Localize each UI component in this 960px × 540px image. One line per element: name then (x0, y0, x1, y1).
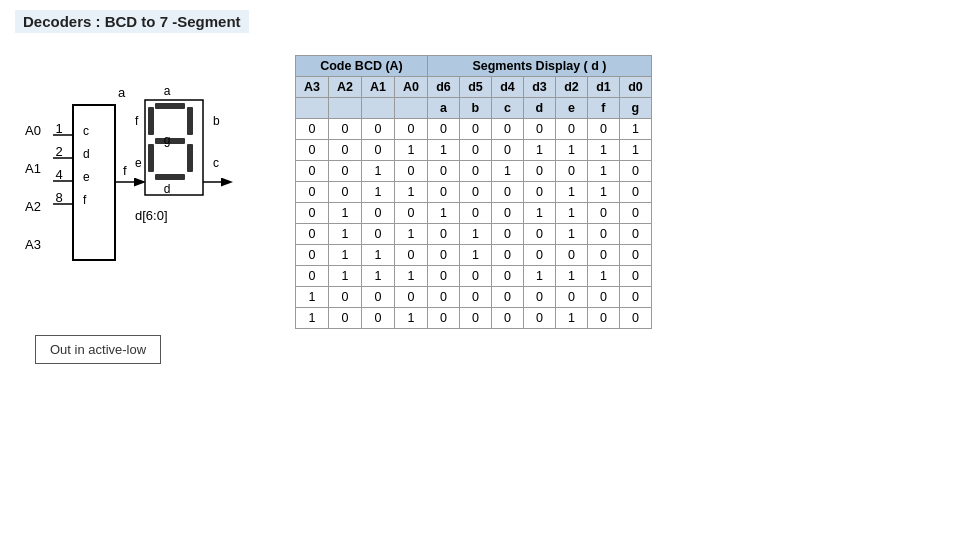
table-cell: 1 (491, 161, 523, 182)
table-cell: 0 (523, 161, 555, 182)
table-row: 00011001111 (296, 140, 652, 161)
svg-text:c: c (83, 124, 89, 138)
svg-text:4: 4 (55, 167, 62, 182)
table-cell: 0 (555, 287, 587, 308)
table-cell: 0 (361, 287, 394, 308)
col-seg-a2 (328, 98, 361, 119)
table-cell: 1 (555, 182, 587, 203)
table-cell: 0 (587, 308, 619, 329)
table-cell: 1 (459, 224, 491, 245)
table-cell: 0 (361, 203, 394, 224)
table-cell: 0 (523, 308, 555, 329)
table-row: 01001001100 (296, 203, 652, 224)
table-cell: 0 (394, 245, 427, 266)
col-seg-b: b (459, 98, 491, 119)
table-cell: 1 (619, 140, 651, 161)
table-cell: 1 (587, 182, 619, 203)
col-seg-c: c (491, 98, 523, 119)
svg-rect-17 (155, 103, 185, 109)
col-seg-a3 (296, 98, 329, 119)
col-d3: d3 (523, 77, 555, 98)
table-cell: 1 (394, 140, 427, 161)
table-cell: 1 (555, 266, 587, 287)
table-cell: 0 (296, 224, 329, 245)
table-cell: 1 (459, 245, 491, 266)
table-cell: 0 (619, 161, 651, 182)
table-cell: 1 (394, 182, 427, 203)
col-A0: A0 (394, 77, 427, 98)
col-A3: A3 (296, 77, 329, 98)
col-d5: d5 (459, 77, 491, 98)
col-header-segments: Segments Display ( d ) (427, 56, 651, 77)
truth-table: Code BCD (A) Segments Display ( d ) A3 A… (295, 55, 945, 329)
table-row: 01110001110 (296, 266, 652, 287)
table-cell: 0 (394, 203, 427, 224)
table-cell: 0 (394, 161, 427, 182)
table-cell: 0 (427, 308, 459, 329)
table-cell: 1 (523, 203, 555, 224)
table-row: 01010100100 (296, 224, 652, 245)
svg-text:c: c (213, 156, 219, 170)
table-cell: 0 (296, 266, 329, 287)
svg-text:2: 2 (55, 144, 62, 159)
table-cell: 0 (328, 287, 361, 308)
table-cell: 0 (296, 182, 329, 203)
table-cell: 0 (587, 224, 619, 245)
table-cell: 1 (427, 203, 459, 224)
table-cell: 0 (328, 161, 361, 182)
table-cell: 0 (619, 224, 651, 245)
table-cell: 1 (296, 287, 329, 308)
col-A2: A2 (328, 77, 361, 98)
table-cell: 0 (296, 119, 329, 140)
table-cell: 1 (555, 203, 587, 224)
table-cell: 0 (619, 287, 651, 308)
table-cell: 0 (491, 287, 523, 308)
col-A1: A1 (361, 77, 394, 98)
table-cell: 1 (361, 161, 394, 182)
table-cell: 1 (328, 266, 361, 287)
table-cell: 1 (587, 266, 619, 287)
table-cell: 0 (459, 287, 491, 308)
table-cell: 1 (296, 308, 329, 329)
table-cell: 1 (328, 203, 361, 224)
col-header-bcd: Code BCD (A) (296, 56, 428, 77)
table-cell: 0 (459, 182, 491, 203)
table-cell: 0 (459, 266, 491, 287)
table-cell: 1 (394, 308, 427, 329)
table-cell: 0 (459, 140, 491, 161)
input-labels: A0 A1 A2 A3 (25, 123, 41, 252)
table-cell: 0 (361, 119, 394, 140)
table-cell: 0 (619, 182, 651, 203)
table-cell: 0 (296, 140, 329, 161)
svg-rect-20 (155, 138, 185, 144)
table-cell: 0 (394, 287, 427, 308)
table-body: 0000000000100011001111001000100100011000… (296, 119, 652, 329)
table-header-row-1: Code BCD (A) Segments Display ( d ) (296, 56, 652, 77)
table-cell: 0 (491, 245, 523, 266)
table-cell: 0 (491, 308, 523, 329)
table-cell: 0 (491, 203, 523, 224)
table-cell: 0 (555, 245, 587, 266)
table-row: 10010000100 (296, 308, 652, 329)
col-seg-e: e (555, 98, 587, 119)
diagram-svg: 1 2 4 8 c d e f a f (15, 45, 285, 445)
table-cell: 0 (296, 161, 329, 182)
table-cell: 0 (523, 287, 555, 308)
table-cell: 0 (459, 161, 491, 182)
table-cell: 0 (491, 224, 523, 245)
svg-text:f: f (83, 193, 87, 207)
table-cell: 0 (619, 203, 651, 224)
table-cell: 0 (587, 245, 619, 266)
table-cell: 0 (427, 119, 459, 140)
table-cell: 0 (427, 182, 459, 203)
table-cell: 1 (523, 140, 555, 161)
table-header-row-3: a b c d e f g (296, 98, 652, 119)
input-A1: A1 (25, 161, 41, 176)
col-seg-d: d (523, 98, 555, 119)
col-d1: d1 (587, 77, 619, 98)
svg-text:a: a (164, 84, 171, 98)
table-cell: 0 (587, 287, 619, 308)
table-cell: 0 (587, 203, 619, 224)
svg-text:e: e (135, 156, 142, 170)
table-cell: 0 (427, 161, 459, 182)
